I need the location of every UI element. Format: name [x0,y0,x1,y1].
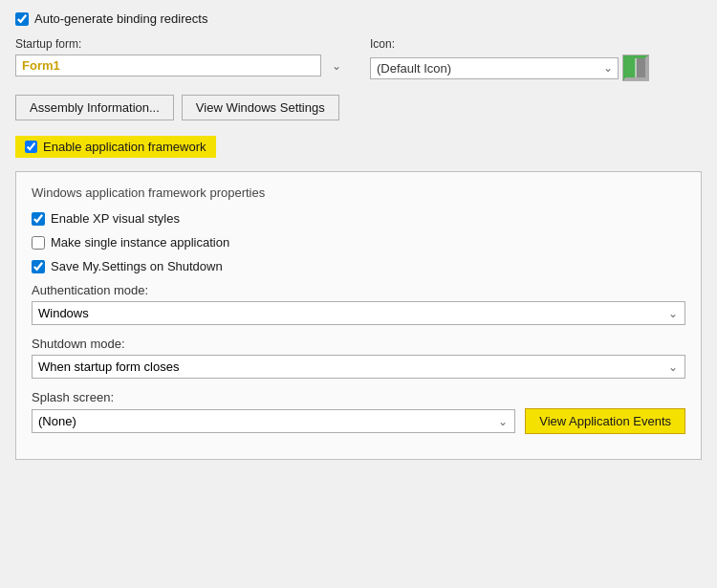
enable-xp-label: Enable XP visual styles [51,211,180,226]
shutdown-mode-label: Shutdown mode: [32,337,685,351]
panel-title: Windows application framework properties [32,185,685,200]
startup-form-select-wrapper: Form1 [15,54,347,76]
enable-framework-label[interactable]: Enable application framework [15,136,216,158]
svg-rect-1 [636,58,645,77]
auto-generate-checkbox-label[interactable]: Auto-generate binding redirects [15,11,702,26]
assembly-info-button[interactable]: Assembly Information... [15,95,174,120]
icon-select-wrapper: (Default Icon) [370,57,619,79]
icon-group: Icon: (Default Icon) [370,37,702,81]
save-settings-row: Save My.Settings on Shutdown [32,259,685,273]
auth-mode-label: Authentication mode: [32,283,685,297]
splash-row: (None) View Application Events [32,408,685,434]
icon-label: Icon: [370,37,702,51]
splash-screen-label: Splash screen: [32,390,685,404]
startup-form-group: Startup form: Form1 [15,37,347,81]
splash-screen-select[interactable]: (None) [32,409,515,433]
fields-row: Startup form: Form1 Icon: (Default Icon) [15,37,702,81]
enable-framework-text: Enable application framework [43,140,206,154]
enable-xp-checkbox[interactable] [32,212,45,226]
icon-field-row: (Default Icon) [370,54,702,81]
enable-framework-row: Enable application framework [15,136,702,158]
icon-select[interactable]: (Default Icon) [370,57,619,79]
startup-form-select[interactable]: Form1 [15,54,321,76]
view-windows-settings-button[interactable]: View Windows Settings [182,95,339,120]
auto-generate-row: Auto-generate binding redirects [15,11,702,26]
save-settings-label: Save My.Settings on Shutdown [51,259,223,273]
single-instance-checkbox[interactable] [32,236,45,250]
svg-rect-0 [626,58,636,77]
auth-mode-select-wrapper: Windows ApplicationDefined [32,301,685,325]
auth-mode-section: Authentication mode: Windows Application… [32,283,685,325]
auto-generate-label: Auto-generate binding redirects [34,11,207,26]
enable-xp-row: Enable XP visual styles [32,211,685,226]
enable-framework-checkbox[interactable] [25,141,37,153]
framework-panel: Windows application framework properties… [15,171,702,460]
view-app-events-button[interactable]: View Application Events [525,408,685,434]
single-instance-label: Make single instance application [51,235,229,250]
shutdown-mode-section: Shutdown mode: When startup form closes … [32,337,685,379]
shutdown-mode-select[interactable]: When startup form closes When last form … [32,355,685,379]
single-instance-row: Make single instance application [32,235,685,250]
auto-generate-checkbox[interactable] [15,12,29,26]
shutdown-mode-select-wrapper: When startup form closes When last form … [32,355,685,379]
save-settings-checkbox[interactable] [32,260,45,273]
splash-select-wrapper: (None) [32,409,515,433]
splash-screen-section: Splash screen: (None) View Application E… [32,390,685,434]
startup-form-label: Startup form: [15,37,347,51]
buttons-row: Assembly Information... View Windows Set… [15,95,702,120]
icon-thumbnail [622,54,649,81]
auth-mode-select[interactable]: Windows ApplicationDefined [32,301,685,325]
